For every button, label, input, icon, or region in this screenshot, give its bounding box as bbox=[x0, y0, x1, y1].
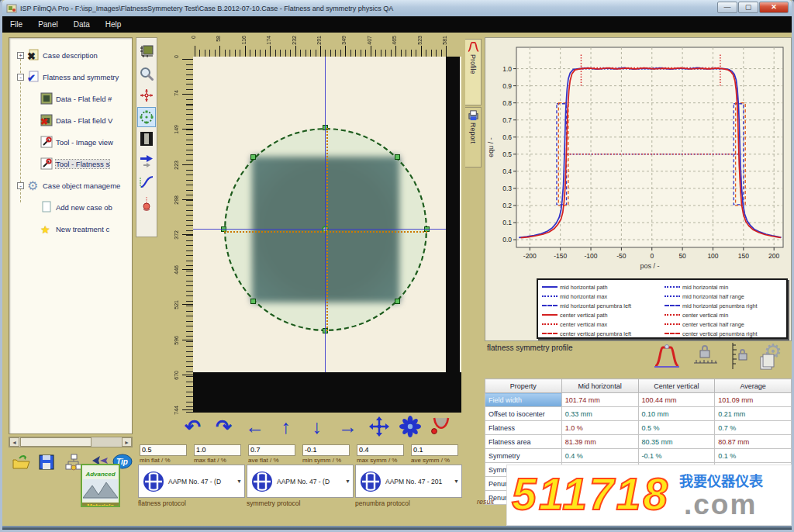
lock-ruler-h-icon[interactable] bbox=[691, 341, 722, 372]
maximize-button[interactable]: ▢ bbox=[738, 2, 758, 13]
svg-text:0.7: 0.7 bbox=[502, 116, 512, 124]
pin-icon[interactable] bbox=[137, 194, 156, 214]
title-bar[interactable]: ISP FilmQA Pro - F:\isp_Images\FlatnessS… bbox=[2, 0, 792, 16]
tree-item-case-object-manageme[interactable]: -⚙Case object manageme bbox=[17, 176, 133, 195]
open-folder-icon[interactable] bbox=[12, 454, 32, 474]
tolerance-input-ave-symm-[interactable] bbox=[411, 444, 458, 456]
image-axes-icon[interactable] bbox=[137, 42, 156, 62]
table-row-offset-to-isocenter[interactable]: Offset to isocenter0.33 mm0.10 mm0.21 mm bbox=[485, 407, 792, 421]
table-header-property[interactable]: Property bbox=[485, 379, 562, 393]
arrow-left-icon[interactable]: ← bbox=[243, 415, 267, 438]
menu-item-file[interactable]: File bbox=[2, 18, 30, 31]
close-button[interactable]: ✕ bbox=[759, 2, 789, 13]
save-icon[interactable] bbox=[38, 454, 58, 474]
legend-entry: center vertical path bbox=[540, 310, 662, 320]
menu-item-data[interactable]: Data bbox=[66, 18, 98, 31]
tree-item-data-flat-field-v[interactable]: ✖Data - Flat field V bbox=[40, 111, 133, 130]
table-row-flatness-area[interactable]: Flatness area81.39 mm80.35 mm80.87 mm bbox=[485, 435, 792, 449]
scroll-right-icon[interactable]: ► bbox=[122, 437, 132, 447]
film-preview-icon[interactable] bbox=[137, 129, 156, 149]
note-x-icon: ✖ bbox=[27, 49, 40, 61]
table-header-average[interactable]: Average bbox=[715, 379, 792, 393]
menu-item-help[interactable]: Help bbox=[98, 18, 129, 31]
film-image-view[interactable] bbox=[193, 57, 461, 413]
arrow-right-icon[interactable]: → bbox=[336, 415, 360, 438]
tree-expander-icon[interactable]: - bbox=[17, 74, 24, 81]
tolerance-input-max-symm-[interactable] bbox=[357, 444, 404, 456]
table-row-flatness[interactable]: Flatness1.0 %0.5 %0.7 % bbox=[485, 421, 792, 435]
v-ruler-label: 0 bbox=[174, 55, 179, 58]
scrollbar-thumb[interactable] bbox=[20, 437, 91, 447]
crosshair-red-icon[interactable] bbox=[137, 85, 156, 105]
roi-handle[interactable] bbox=[395, 154, 400, 160]
table-row-field-width[interactable]: Field width101.74 mm100.44 mm101.09 mm bbox=[485, 393, 792, 407]
arrow-advance-icon[interactable] bbox=[137, 150, 156, 171]
roi-handle[interactable] bbox=[395, 299, 400, 304]
v-ruler-label: 298 bbox=[174, 195, 179, 205]
profile-cup-icon[interactable] bbox=[429, 415, 453, 438]
table-cell-value: 0.7 % bbox=[715, 421, 792, 435]
legend-swatch bbox=[665, 286, 680, 288]
table-cell-property[interactable]: Symmetry bbox=[485, 449, 562, 463]
move-cross-icon[interactable] bbox=[367, 415, 391, 438]
table-cell-property[interactable]: Field width bbox=[485, 393, 562, 407]
flower-icon[interactable] bbox=[398, 415, 422, 438]
arrow-up-icon[interactable]: ↑ bbox=[274, 415, 298, 438]
tolerance-input-min-flat-[interactable] bbox=[140, 444, 187, 456]
protocol-dropdown[interactable]: AAPM No. 47 - 201▼ bbox=[355, 465, 462, 498]
protocol-dropdown[interactable]: AAPM No. 47 - (D▼ bbox=[138, 465, 245, 498]
scroll-left-icon[interactable]: ◄ bbox=[9, 437, 19, 447]
tolerance-field-4: min symm / % bbox=[302, 441, 350, 464]
rotate-ccw-icon[interactable]: ↶ bbox=[181, 415, 205, 438]
curve-icon[interactable] bbox=[137, 172, 156, 192]
table-header-mid-horizontal[interactable]: Mid horizontal bbox=[561, 379, 638, 393]
table-header-center-vertical[interactable]: Center vertical bbox=[638, 379, 715, 393]
svg-text:-100: -100 bbox=[585, 252, 598, 260]
tolerance-input-max-flat-[interactable] bbox=[194, 444, 241, 456]
tolerance-input-ave-flat-[interactable] bbox=[248, 444, 295, 456]
tree-item-new-treatment-c[interactable]: ★New treatment c bbox=[40, 219, 133, 238]
tab-profile[interactable]: Profile bbox=[465, 39, 482, 105]
crosshair-vertical[interactable] bbox=[325, 57, 326, 413]
table-cell-property[interactable]: Flatness bbox=[485, 421, 562, 435]
tree-item-data-flat-field-[interactable]: Data - Flat field # bbox=[40, 89, 133, 108]
minimize-button[interactable]: — bbox=[717, 2, 737, 13]
tree-item-flatness-and-symmetry[interactable]: -✔Flatness and symmetry bbox=[17, 67, 133, 86]
tool-icon bbox=[40, 136, 53, 148]
viewer-toolbar bbox=[136, 37, 157, 237]
circle-select-icon[interactable] bbox=[137, 107, 156, 127]
table-cell-property[interactable]: Offset to isocenter bbox=[485, 407, 562, 421]
tolerance-input-min-symm-[interactable] bbox=[302, 444, 350, 456]
profile-curve-icon[interactable] bbox=[652, 341, 683, 372]
tab-report[interactable]: Report bbox=[465, 107, 482, 168]
protocol-label: penumbra protocol bbox=[355, 499, 462, 507]
legend-swatch bbox=[542, 314, 558, 316]
tolerance-field-label: min symm / % bbox=[302, 457, 350, 464]
arrow-down-icon[interactable]: ↓ bbox=[305, 415, 329, 438]
tree-item-add-new-case-ob[interactable]: Add new case ob bbox=[40, 198, 133, 216]
table-cell-value: 80.35 mm bbox=[638, 435, 715, 449]
gear-papers-icon[interactable]: ⚙ bbox=[756, 341, 787, 372]
tree-horizontal-scrollbar[interactable]: ◄ ► bbox=[9, 437, 133, 447]
rotate-cw-icon[interactable]: ↷ bbox=[212, 415, 236, 438]
tree-item-tool-flatness-s[interactable]: Tool - Flatness s bbox=[40, 154, 133, 173]
ruler-v-lock-icon[interactable] bbox=[727, 341, 758, 372]
menu-item-panel[interactable]: Panel bbox=[30, 18, 66, 31]
tree-expander-icon[interactable]: - bbox=[17, 182, 24, 189]
tolerance-field-label: min flat / % bbox=[140, 457, 187, 464]
roi-handle[interactable] bbox=[250, 299, 256, 304]
table-row-symmetry[interactable]: Symmetry0.4 %-0.1 %0.1 % bbox=[485, 449, 792, 463]
table-cell-property[interactable]: Flatness area bbox=[485, 435, 562, 449]
legend-entry: mid horizontal max bbox=[540, 292, 662, 301]
roi-handle[interactable] bbox=[250, 154, 256, 160]
tree-expander-icon[interactable]: + bbox=[17, 52, 24, 59]
tool-icon bbox=[40, 157, 53, 170]
advanced-materials-logo: Advanced Materials bbox=[81, 464, 120, 507]
protocol-dropdown[interactable]: AAPM No. 47 - (D▼ bbox=[247, 465, 354, 498]
table-cell-value: -0.1 % bbox=[638, 449, 715, 463]
magnifier-icon[interactable] bbox=[137, 64, 156, 84]
tree-item-label: Add new case ob bbox=[56, 203, 112, 212]
profile-chart: -200-150-100-500501001502000.00.10.20.30… bbox=[485, 38, 791, 277]
tree-item-case-description[interactable]: +✖Case description bbox=[17, 46, 133, 64]
tree-item-tool-image-view[interactable]: Tool - Image view bbox=[40, 133, 133, 151]
